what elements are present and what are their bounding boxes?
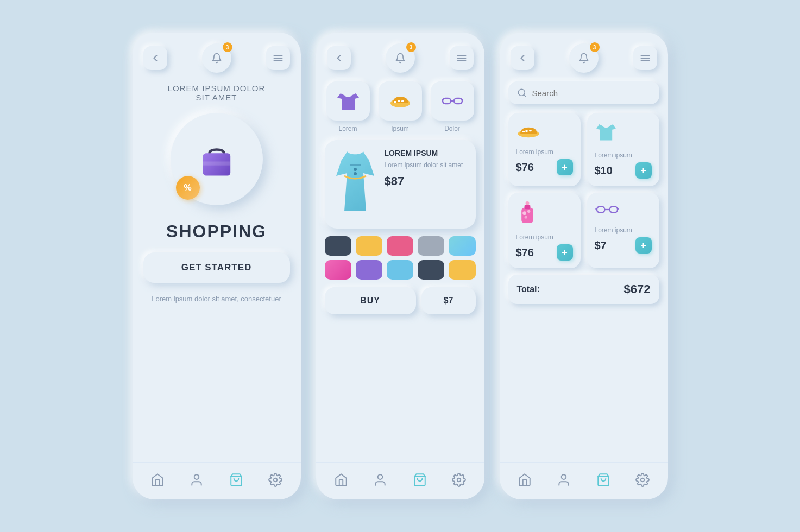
back-button-1[interactable] (143, 46, 167, 70)
svg-point-39 (527, 210, 530, 213)
category-item-0[interactable]: Lorem (325, 81, 371, 132)
category-item-1[interactable]: Ipsum (377, 81, 424, 132)
svg-rect-33 (525, 130, 528, 132)
bottom-nav-1 (133, 462, 301, 499)
product-icon-3 (595, 200, 652, 223)
total-value: $672 (624, 282, 651, 296)
color-swatch-0[interactable] (325, 236, 351, 256)
menu-button-3[interactable] (633, 46, 657, 70)
product-bottom-0: $76 + (516, 159, 573, 175)
phone-2: 3 Lorem (316, 33, 484, 499)
color-grid (325, 236, 476, 280)
product-bottom-3: $7 + (595, 237, 652, 254)
grid-card-2: Lorem ipsum $76 + (508, 193, 581, 268)
product-bottom-1: $10 + (595, 162, 652, 179)
svg-rect-35 (521, 208, 533, 223)
color-swatch-8[interactable] (418, 260, 444, 280)
subtitle-text: Lorem ipsum dolor sit amet, consectetuer (152, 294, 281, 305)
svg-rect-14 (401, 100, 404, 102)
nav-store-1[interactable] (148, 470, 167, 490)
color-swatch-7[interactable] (387, 260, 413, 280)
svg-point-23 (378, 474, 383, 479)
buy-price[interactable]: $7 (421, 287, 476, 314)
svg-point-25 (457, 478, 461, 482)
category-label-0: Lorem (338, 125, 357, 132)
color-swatch-6[interactable] (356, 260, 382, 280)
nav-profile-3[interactable] (554, 470, 574, 490)
product-desc: Lorem ipsum dolor sit amet (385, 161, 467, 170)
grid-card-1: Lorem ipsum $10 + (587, 113, 659, 186)
product-icon-1 (595, 121, 652, 148)
search-bar[interactable] (508, 81, 659, 104)
nav-cart-2[interactable] (410, 470, 430, 490)
total-row: Total: $672 (508, 275, 659, 304)
nav-store-2[interactable] (331, 470, 351, 490)
product-price-0: $76 (516, 161, 534, 174)
svg-line-30 (524, 94, 525, 96)
svg-rect-4 (203, 162, 230, 166)
back-button-2[interactable] (327, 46, 351, 70)
nav-profile-1[interactable] (187, 470, 206, 490)
bottom-nav-3 (500, 462, 668, 499)
color-swatch-1[interactable] (356, 236, 382, 256)
category-row: Lorem Ipsum (325, 81, 476, 132)
phone-3: 3 (500, 33, 668, 499)
menu-button-2[interactable] (450, 46, 474, 70)
product-name: LOREM IPSUM (385, 149, 467, 157)
notification-badge-2: 3 (406, 42, 416, 52)
buy-button[interactable]: BUY (325, 287, 416, 314)
product-price-2: $76 (516, 246, 534, 259)
svg-rect-13 (398, 100, 400, 102)
category-item-2[interactable]: Dolor (429, 81, 476, 132)
get-started-button[interactable]: GET STARTED (143, 252, 290, 283)
phone-1: 3 LOREM IPSUM DOLOR SIT AMET (133, 33, 301, 499)
notification-badge-1: 3 (223, 42, 232, 52)
product-price: $87 (385, 174, 467, 188)
total-label: Total: (517, 284, 540, 294)
add-to-cart-3[interactable]: + (635, 237, 652, 254)
nav-cart-3[interactable] (594, 470, 613, 490)
grid-card-0: Lorem ipsum $76 + (508, 113, 581, 186)
phone2-content: Lorem Ipsum (316, 78, 484, 462)
svg-rect-42 (609, 206, 617, 213)
top-bar-2: 3 (316, 33, 484, 78)
svg-point-37 (525, 201, 529, 205)
color-swatch-5[interactable] (325, 260, 351, 280)
svg-rect-12 (394, 101, 396, 103)
product-label-0: Lorem ipsum (516, 148, 573, 156)
product-icon-0 (516, 121, 573, 145)
product-icon-2 (516, 200, 573, 230)
back-button-3[interactable] (511, 46, 534, 70)
color-swatch-2[interactable] (387, 236, 413, 256)
add-to-cart-2[interactable]: + (557, 244, 573, 261)
nav-profile-2[interactable] (370, 470, 390, 490)
svg-point-5 (194, 474, 199, 479)
color-swatch-3[interactable] (418, 236, 444, 256)
category-label-1: Ipsum (391, 125, 409, 132)
svg-rect-16 (454, 98, 462, 104)
search-input[interactable] (532, 88, 651, 98)
svg-rect-34 (529, 130, 532, 131)
top-bar-3: 3 (500, 33, 668, 78)
nav-settings-3[interactable] (633, 470, 652, 490)
menu-button-1[interactable] (266, 46, 290, 70)
notification-button-1[interactable]: 3 (202, 43, 231, 73)
color-swatch-4[interactable] (449, 236, 475, 256)
svg-rect-32 (522, 131, 525, 132)
nav-store-3[interactable] (515, 470, 534, 490)
add-to-cart-0[interactable]: + (557, 159, 573, 175)
add-to-cart-1[interactable]: + (635, 162, 652, 179)
notification-button-3[interactable]: 3 (569, 43, 599, 73)
svg-point-22 (354, 172, 357, 175)
product-grid: Lorem ipsum $76 + Lorem ipsum $ (508, 113, 659, 268)
nav-cart-1[interactable] (226, 470, 246, 490)
product-bottom-2: $76 + (516, 244, 573, 261)
nav-settings-1[interactable] (266, 470, 285, 490)
nav-settings-2[interactable] (449, 470, 469, 490)
bag-circle: % (171, 113, 263, 205)
notification-button-2[interactable]: 3 (386, 43, 415, 73)
color-swatch-9[interactable] (449, 260, 475, 280)
product-label-2: Lorem ipsum (516, 233, 573, 241)
category-box-1 (379, 81, 422, 121)
hero-title: LOREM IPSUM DOLOR SIT AMET (168, 84, 266, 102)
